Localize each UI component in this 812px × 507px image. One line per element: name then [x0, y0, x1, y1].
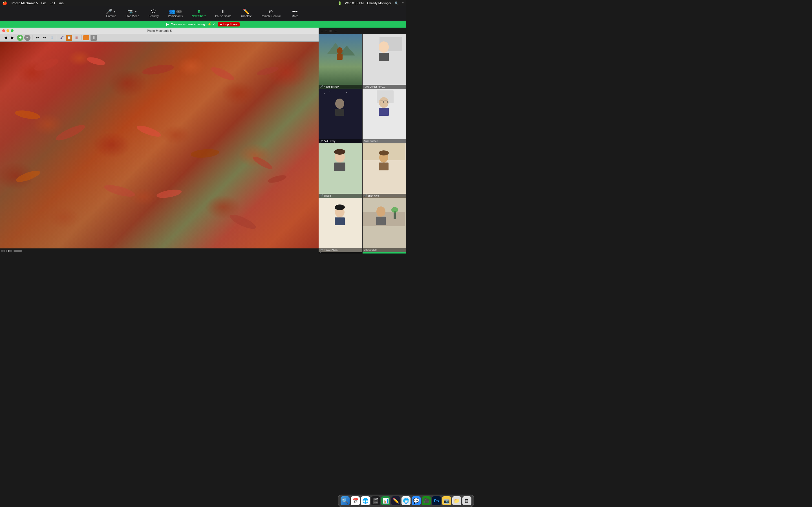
minus-button[interactable]: − — [24, 35, 31, 41]
pause-share-button[interactable]: ⏸ Pause Share — [211, 8, 236, 19]
video-tile-raouf[interactable]: 🎤 Raouf Bishay — [319, 34, 362, 89]
green-arrow-icon: ▶ — [166, 22, 169, 26]
video-tile-garrett[interactable]: 🎤 Garrett W — [319, 252, 362, 253]
more-icon: ••• — [292, 9, 298, 14]
svg-point-54 — [376, 207, 386, 217]
close-dot[interactable] — [2, 29, 5, 32]
mute-icon-brick: 🎤 — [364, 194, 367, 197]
maximize-dot[interactable] — [11, 29, 13, 32]
toolbar-separator-2 — [57, 35, 57, 40]
layout-button[interactable]: ⊟ — [335, 29, 337, 33]
raouf-bg — [319, 34, 362, 89]
apple-menu[interactable]: 🍎 — [2, 1, 7, 5]
video-chevron[interactable]: ▾ — [134, 10, 137, 14]
annotate-icon: ✏️ — [243, 9, 249, 14]
pm-title-bar: Photo Mechanic 5 — [0, 27, 319, 34]
photo-main[interactable] — [0, 42, 319, 248]
svg-point-3 — [209, 65, 236, 82]
forward-button[interactable]: ▶ — [10, 35, 16, 41]
more-button[interactable]: ••• More — [285, 8, 305, 19]
tile-name-raouf: 🎤 Raouf Bishay — [319, 85, 362, 89]
unmute-button[interactable]: 🎤 ▾ Unmute — [101, 8, 121, 19]
pm-toolbar: ◀ ▶ ✚ − ↩ ↪ ℹ 🖌 📋 🗑 ⏸ — [0, 34, 319, 42]
filmstrip-dot-5[interactable] — [10, 250, 12, 252]
delete-button[interactable]: 🗑 — [73, 35, 80, 41]
share-banner-text: You are screen sharing — [171, 22, 205, 26]
svg-point-8 — [190, 148, 220, 159]
search-icon[interactable]: 🔍 — [395, 1, 399, 5]
filmstrip-dot-4[interactable] — [8, 250, 10, 252]
participants-button[interactable]: 👥 10 Participants — [163, 8, 187, 19]
mute-icon-nicole: 🎤 — [320, 249, 323, 251]
pause-btn[interactable]: ⏸ — [91, 35, 97, 41]
menu-file[interactable]: File — [42, 1, 47, 5]
video-tile-john[interactable]: John Justice — [363, 89, 406, 144]
new-share-button[interactable]: ⬆ New Share — [187, 8, 211, 19]
lightning-icon: ⚡ — [207, 22, 212, 26]
filmstrip-scrollbar[interactable] — [13, 250, 22, 252]
tag-button[interactable]: 📋 — [66, 35, 72, 41]
minimize-panel-button[interactable]: − — [321, 29, 323, 33]
svg-rect-29 — [335, 109, 344, 116]
video-tile-brick[interactable]: 🎤 Brick Kyle — [363, 144, 406, 198]
annotate-label: Annotate — [241, 15, 252, 18]
svg-rect-19 — [337, 54, 343, 60]
minimize-dot[interactable] — [6, 29, 9, 32]
more-label: More — [292, 15, 298, 18]
svg-rect-39 — [334, 163, 345, 171]
pm-window-title: Photo Mechanic 5 — [2, 29, 316, 33]
filmstrip-dot-2[interactable] — [3, 250, 5, 252]
video-tile-far[interactable]: FAR Center for C... — [363, 34, 406, 89]
control-center-icon[interactable]: ≡ — [402, 1, 404, 5]
video-tile-nicole[interactable]: 🎤 Nicole Chao — [319, 198, 362, 252]
video-tile-allison[interactable]: 🎤 allison — [319, 144, 362, 198]
window-controls — [2, 29, 13, 32]
svg-point-14 — [267, 174, 287, 184]
svg-point-7 — [136, 123, 162, 138]
tile-name-zolt: 🎤 Zolt Levay — [319, 139, 362, 143]
svg-point-18 — [337, 47, 343, 54]
mute-icon-garrett: 🎤 — [320, 252, 323, 253]
paintbrush-button[interactable]: 🖌 — [59, 35, 65, 41]
svg-point-27 — [347, 92, 347, 93]
svg-point-28 — [335, 99, 344, 109]
svg-rect-23 — [378, 53, 389, 61]
svg-rect-24 — [319, 89, 362, 144]
menu-time: Wed 8:05 PM — [345, 1, 364, 5]
video-tile-william[interactable]: williamwhite — [363, 198, 406, 252]
menu-edit[interactable]: Edit — [50, 1, 55, 5]
share-icon: ⬆ — [197, 9, 201, 14]
undo-button[interactable]: ↩ — [34, 35, 40, 41]
leaves-overlay — [0, 42, 319, 248]
maximize-panel-button[interactable]: □ — [325, 29, 327, 33]
add-button[interactable]: ✚ — [17, 35, 23, 41]
tile-name-william: williamwhite — [363, 248, 406, 252]
menu-user[interactable]: Chasity Mottinger — [367, 1, 391, 5]
stop-video-button[interactable]: 📷 ▾ Stop Video — [121, 8, 144, 19]
annotate-button[interactable]: ✏️ Annotate — [236, 8, 256, 19]
stop-share-button[interactable]: ■ Stop Share — [218, 22, 240, 26]
participants-icon: 👥 — [169, 9, 175, 14]
menu-image[interactable]: Ima… — [58, 1, 66, 5]
filmstrip-dot-1[interactable] — [1, 250, 3, 252]
color-tag-button[interactable] — [83, 35, 89, 40]
grid-view-button[interactable]: ⊞ — [329, 29, 332, 33]
security-button[interactable]: 🛡 Security — [144, 8, 163, 19]
william-bg — [363, 198, 406, 252]
video-tile-zolt[interactable]: 🎤 Zolt Levay — [319, 89, 362, 144]
redo-button[interactable]: ↪ — [42, 35, 48, 41]
mute-icon-allison: 🎤 — [320, 194, 323, 197]
tile-name-garrett: 🎤 Garrett W — [319, 252, 362, 253]
tile-name-nicole: 🎤 Nicole Chao — [319, 248, 362, 252]
remote-control-button[interactable]: ⊙ Remote Control — [256, 8, 285, 19]
unmute-chevron[interactable]: ▾ — [113, 10, 116, 14]
menu-bar: 🍎 Photo Mechanic 5 File Edit Ima… 🔋 Wed … — [0, 0, 406, 6]
info-button[interactable]: ℹ — [49, 35, 55, 41]
filmstrip-dot-3[interactable] — [6, 250, 7, 252]
svg-point-40 — [334, 149, 345, 155]
svg-rect-35 — [384, 102, 384, 102]
back-button[interactable]: ◀ — [2, 35, 8, 41]
participants-count: 10 — [176, 10, 182, 13]
video-tile-eric[interactable]: Eric Schoch — [363, 252, 406, 253]
app-name[interactable]: Photo Mechanic 5 — [11, 1, 38, 5]
